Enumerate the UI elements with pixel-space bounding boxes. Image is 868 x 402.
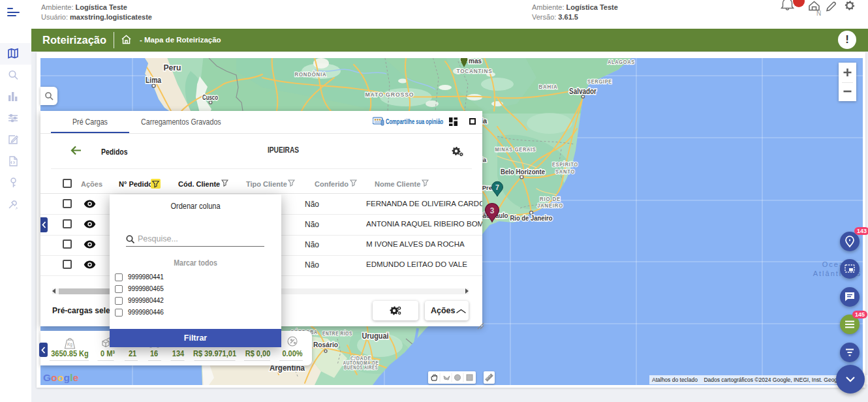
svg-text:Salvador: Salvador	[569, 87, 597, 96]
svg-text:BUENOS AIRES: BUENOS AIRES	[344, 363, 378, 371]
svg-text:RONDÔNIA: RONDÔNIA	[295, 70, 327, 78]
svg-text:MATO GROSSO: MATO GROSSO	[365, 91, 414, 98]
svg-text:SANTO: SANTO	[555, 168, 575, 175]
svg-text:SERGIPE: SERGIPE	[587, 78, 612, 85]
svg-text:3: 3	[490, 206, 495, 215]
svg-text:ESPÍRITO: ESPÍRITO	[552, 161, 578, 168]
svg-text:Belo Horizonte: Belo Horizonte	[501, 168, 545, 176]
svg-text:ALAGOAS: ALAGOAS	[608, 58, 635, 65]
svg-text:N: N	[816, 10, 821, 17]
svg-text:Kg: Kg	[67, 342, 72, 347]
svg-text:BAHIA: BAHIA	[539, 83, 558, 90]
svg-text:TOCANTINS: TOCANTINS	[457, 67, 493, 74]
svg-text:Cusco: Cusco	[202, 93, 218, 101]
svg-text:7: 7	[495, 183, 499, 191]
svg-text:Lima: Lima	[146, 76, 161, 85]
svg-text:mas: mas	[469, 58, 482, 65]
svg-text:JANEIRO: JANEIRO	[537, 202, 563, 209]
svg-text:Rio de Janeiro: Rio de Janeiro	[510, 214, 553, 222]
svg-text:Peru: Peru	[164, 63, 181, 72]
svg-text:Uruguai: Uruguai	[362, 332, 389, 341]
svg-text:MINAS GERAIS: MINAS GERAIS	[495, 146, 536, 153]
